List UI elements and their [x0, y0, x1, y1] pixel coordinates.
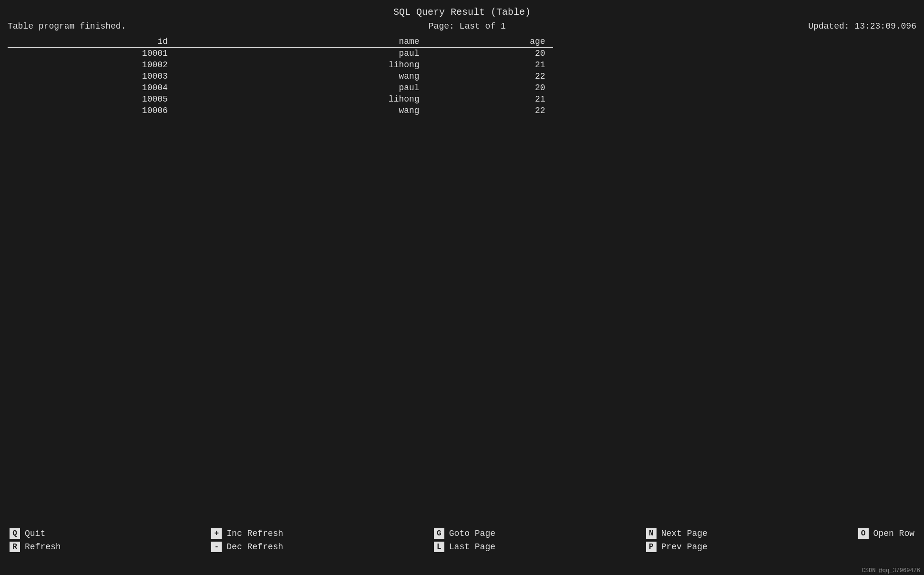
key-badge: N [646, 528, 657, 539]
key-badge: P [646, 542, 657, 552]
cell-age: 22 [427, 105, 553, 116]
table-row: 10003wang22 [8, 71, 553, 82]
table-row: 10002lihong21 [8, 59, 553, 71]
footer-group-1: +Inc Refresh-Dec Refresh [211, 528, 283, 552]
status-left: Table program finished. [8, 21, 126, 31]
key-label: Prev Page [661, 542, 708, 552]
footer-item[interactable]: OOpen Row [858, 528, 914, 539]
cell-id: 10001 [8, 48, 175, 60]
cell-id: 10003 [8, 71, 175, 82]
key-badge: + [211, 528, 222, 539]
cell-name: wang [175, 71, 427, 82]
title-bar: SQL Query Result (Table) [8, 4, 916, 21]
key-label: Dec Refresh [226, 542, 283, 552]
key-badge: R [10, 542, 20, 552]
table-row: 10006wang22 [8, 105, 553, 116]
result-table: id name age 10001paul2010002lihong211000… [8, 36, 553, 116]
key-badge: O [858, 528, 869, 539]
footer-item[interactable]: +Inc Refresh [211, 528, 283, 539]
footer-group-0: QQuitRRefresh [10, 528, 61, 552]
cell-age: 21 [427, 59, 553, 71]
status-right: Updated: 13:23:09.096 [808, 21, 916, 31]
footer-item[interactable]: QQuit [10, 528, 61, 539]
cell-name: lihong [175, 59, 427, 71]
table-row: 10005lihong21 [8, 93, 553, 105]
cell-name: lihong [175, 93, 427, 105]
cell-id: 10006 [8, 105, 175, 116]
cell-age: 20 [427, 82, 553, 93]
key-badge: Q [10, 528, 20, 539]
footer-item[interactable]: NNext Page [646, 528, 708, 539]
footer-item[interactable]: RRefresh [10, 542, 61, 552]
cell-age: 22 [427, 71, 553, 82]
cell-name: paul [175, 48, 427, 60]
key-badge: - [211, 542, 222, 552]
cell-name: wang [175, 105, 427, 116]
footer-item[interactable]: -Dec Refresh [211, 542, 283, 552]
key-label: Inc Refresh [226, 529, 283, 538]
footer-item[interactable]: GGoto Page [434, 528, 495, 539]
cell-age: 20 [427, 48, 553, 60]
footer-item[interactable]: LLast Page [434, 542, 495, 552]
footer-group-2: GGoto PageLLast Page [434, 528, 495, 552]
cell-id: 10005 [8, 93, 175, 105]
table-body: 10001paul2010002lihong2110003wang2210004… [8, 48, 553, 117]
page-title: SQL Query Result (Table) [393, 7, 531, 18]
cell-age: 21 [427, 93, 553, 105]
col-age: age [427, 36, 553, 48]
col-name: name [175, 36, 427, 48]
cell-name: paul [175, 82, 427, 93]
footer-group-4: OOpen Row [858, 528, 914, 539]
main-content: SQL Query Result (Table) Table program f… [0, 0, 924, 524]
key-label: Goto Page [449, 529, 495, 538]
key-badge: G [434, 528, 444, 539]
key-label: Open Row [873, 529, 914, 538]
key-label: Refresh [25, 542, 61, 552]
table-row: 10004paul20 [8, 82, 553, 93]
status-center: Page: Last of 1 [429, 21, 506, 31]
footer-group-3: NNext PagePPrev Page [646, 528, 708, 552]
col-id: id [8, 36, 175, 48]
table-header-row: id name age [8, 36, 553, 48]
key-label: Last Page [449, 542, 495, 552]
watermark: CSDN @qq_37969476 [862, 567, 920, 574]
key-badge: L [434, 542, 444, 552]
cell-id: 10002 [8, 59, 175, 71]
footer-item[interactable]: PPrev Page [646, 542, 708, 552]
footer: QQuitRRefresh+Inc Refresh-Dec RefreshGGo… [0, 524, 924, 575]
key-label: Quit [25, 529, 45, 538]
key-label: Next Page [661, 529, 708, 538]
table-row: 10001paul20 [8, 48, 553, 60]
cell-id: 10004 [8, 82, 175, 93]
table-container: id name age 10001paul2010002lihong211000… [8, 36, 916, 116]
status-bar: Table program finished. Page: Last of 1 … [8, 21, 916, 36]
